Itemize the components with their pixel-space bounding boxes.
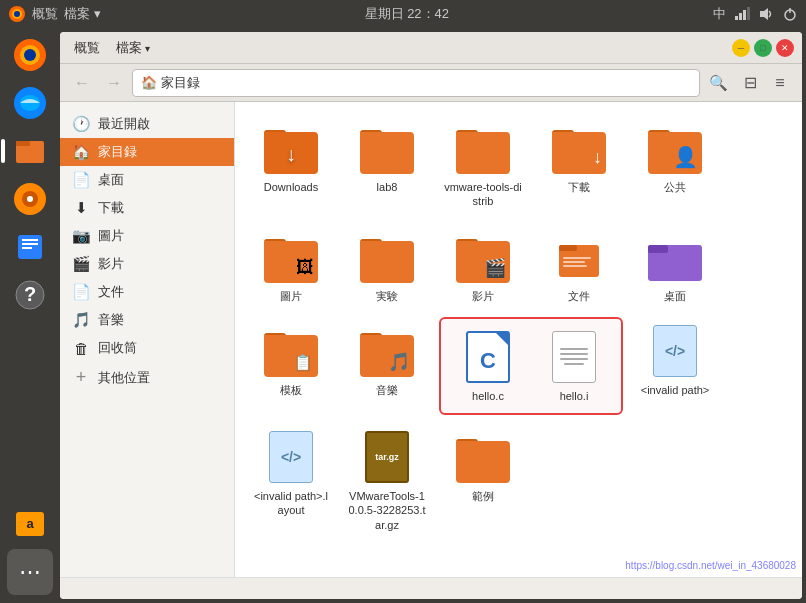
pictures-icon: 📷 bbox=[72, 227, 90, 245]
trash-icon: 🗑 bbox=[72, 340, 90, 357]
back-button[interactable]: ← bbox=[68, 69, 96, 97]
sidebar-item-documents[interactable]: 📄 文件 bbox=[60, 278, 234, 306]
invalid-path2-label: <invalid path>.layout bbox=[251, 489, 331, 518]
sidebar-item-pictures[interactable]: 📷 圖片 bbox=[60, 222, 234, 250]
topbar: 概覧 檔案 ▾ 星期日 22：42 中 bbox=[0, 0, 806, 28]
sidebar-item-music[interactable]: 🎵 音樂 bbox=[60, 306, 234, 334]
downloads-folder-icon: ↓ bbox=[263, 120, 319, 176]
invalid-path1-icon: </> bbox=[647, 323, 703, 379]
selected-files-group: C hello.c bbox=[439, 317, 623, 415]
topbar-overview[interactable]: 概覧 bbox=[32, 5, 58, 23]
topbar-files-menu[interactable]: 檔案 ▾ bbox=[64, 5, 101, 23]
fm-menu-overview[interactable]: 概覧 bbox=[68, 37, 106, 59]
topbar-lang[interactable]: 中 bbox=[713, 5, 726, 23]
dock: ? a ⋯ 顯示應用程式 bbox=[0, 28, 60, 603]
file-lab8-folder[interactable]: lab8 bbox=[343, 114, 431, 215]
vmware-folder-label: vmware-tools-distrib bbox=[443, 180, 523, 209]
other-icon: + bbox=[72, 367, 90, 388]
forward-button[interactable]: → bbox=[100, 69, 128, 97]
file-hello-c[interactable]: C hello.c bbox=[445, 323, 531, 409]
search-button[interactable]: 🔍 bbox=[704, 69, 732, 97]
fm-menu-files[interactable]: 檔案 bbox=[110, 37, 156, 59]
svg-rect-6 bbox=[747, 7, 750, 20]
download-zh-folder-icon: ↓ bbox=[551, 120, 607, 176]
svg-rect-30 bbox=[559, 245, 577, 251]
pictures-folder-icon: 🖼 bbox=[263, 229, 319, 285]
dock-rhythmbox[interactable] bbox=[7, 176, 53, 222]
sidebar-label-documents: 文件 bbox=[98, 283, 124, 301]
file-pictures-folder[interactable]: 🖼 圖片 bbox=[247, 223, 335, 309]
network-icon bbox=[734, 6, 750, 22]
svg-rect-5 bbox=[743, 10, 746, 20]
file-experiment-folder[interactable]: 実験 bbox=[343, 223, 431, 309]
videos-icon: 🎬 bbox=[72, 255, 90, 273]
svg-rect-4 bbox=[739, 13, 742, 20]
sidebar-item-downloads[interactable]: ⬇ 下載 bbox=[60, 194, 234, 222]
videos-folder-icon: 🎬 bbox=[455, 229, 511, 285]
svg-point-19 bbox=[27, 196, 33, 202]
dock-amazon[interactable]: a bbox=[7, 501, 53, 547]
fm-title-left: 概覧 檔案 bbox=[68, 37, 156, 59]
sidebar-item-home[interactable]: 🏠 家目録 bbox=[60, 138, 234, 166]
downloads-folder-label: Downloads bbox=[264, 180, 318, 194]
fm-titlebar: 概覧 檔案 ─ □ ✕ bbox=[60, 32, 802, 64]
sidebar-label-desktop: 桌面 bbox=[98, 171, 124, 189]
file-documents-folder[interactable]: 文件 bbox=[535, 223, 623, 309]
file-public-folder[interactable]: 👤 公共 bbox=[631, 114, 719, 215]
documents-icon: 📄 bbox=[72, 283, 90, 301]
sidebar-item-recent[interactable]: 🕐 最近開啟 bbox=[60, 110, 234, 138]
file-videos-folder[interactable]: 🎬 影片 bbox=[439, 223, 527, 309]
minimize-button[interactable]: ─ bbox=[732, 39, 750, 57]
hello-c-icon: C bbox=[460, 329, 516, 385]
sidebar-item-desktop[interactable]: 📄 桌面 bbox=[60, 166, 234, 194]
grid-view-button[interactable]: ≡ bbox=[766, 69, 794, 97]
file-download-zh-folder[interactable]: ↓ 下載 bbox=[535, 114, 623, 215]
invalid-path2-icon: </> bbox=[263, 429, 319, 485]
svg-text:?: ? bbox=[24, 283, 36, 305]
fm-statusbar bbox=[60, 577, 802, 599]
sidebar-item-other[interactable]: + 其他位置 bbox=[60, 362, 234, 393]
file-invalid-path1[interactable]: </> <invalid path> bbox=[631, 317, 719, 415]
file-downloads-folder[interactable]: ↓ Downloads bbox=[247, 114, 335, 215]
view-toggle: ⊟ ≡ bbox=[736, 69, 794, 97]
sidebar-label-pictures: 圖片 bbox=[98, 227, 124, 245]
sidebar-label-recent: 最近開啟 bbox=[98, 115, 150, 133]
fm-toolbar: ← → 🏠 家目録 🔍 ⊟ ≡ bbox=[60, 64, 802, 102]
breadcrumb-text: 家目録 bbox=[161, 74, 200, 92]
sidebar-item-videos[interactable]: 🎬 影片 bbox=[60, 250, 234, 278]
file-desktop-folder[interactable]: 桌面 bbox=[631, 223, 719, 309]
dock-help[interactable]: ? bbox=[7, 272, 53, 318]
svg-text:a: a bbox=[26, 516, 34, 531]
svg-rect-36 bbox=[648, 245, 668, 253]
svg-rect-23 bbox=[22, 247, 32, 249]
power-icon bbox=[782, 6, 798, 22]
breadcrumb: 🏠 家目録 bbox=[132, 69, 700, 97]
pictures-folder-label: 圖片 bbox=[280, 289, 302, 303]
show-apps-button[interactable]: ⋯ bbox=[7, 549, 53, 595]
file-vmware-tar[interactable]: tar.gz VMwareTools-10.0.5-3228253.tar.gz bbox=[343, 423, 431, 538]
svg-point-12 bbox=[24, 49, 36, 61]
lab8-folder-icon bbox=[359, 120, 415, 176]
svg-rect-22 bbox=[22, 243, 38, 245]
file-hello-i[interactable]: hello.i bbox=[531, 323, 617, 409]
desktop-folder-label: 桌面 bbox=[664, 289, 686, 303]
close-button[interactable]: ✕ bbox=[776, 39, 794, 57]
dock-libreoffice[interactable] bbox=[7, 224, 53, 270]
maximize-button[interactable]: □ bbox=[754, 39, 772, 57]
svg-rect-3 bbox=[735, 16, 738, 20]
list-view-button[interactable]: ⊟ bbox=[736, 69, 764, 97]
svg-rect-16 bbox=[16, 141, 30, 146]
svg-marker-7 bbox=[760, 8, 768, 20]
file-music-folder[interactable]: 🎵 音樂 bbox=[343, 317, 431, 415]
public-folder-icon: 👤 bbox=[647, 120, 703, 176]
sidebar-item-trash[interactable]: 🗑 回收筒 bbox=[60, 334, 234, 362]
dock-files[interactable] bbox=[7, 128, 53, 174]
file-examples-folder[interactable]: 範例 bbox=[439, 423, 527, 538]
templates-folder-label: 模板 bbox=[280, 383, 302, 397]
documents-folder-label: 文件 bbox=[568, 289, 590, 303]
file-templates-folder[interactable]: 📋 模板 bbox=[247, 317, 335, 415]
file-vmware-folder[interactable]: vmware-tools-distrib bbox=[439, 114, 527, 215]
dock-firefox[interactable] bbox=[7, 32, 53, 78]
dock-thunderbird[interactable] bbox=[7, 80, 53, 126]
file-invalid-path2[interactable]: </> <invalid path>.layout bbox=[247, 423, 335, 538]
